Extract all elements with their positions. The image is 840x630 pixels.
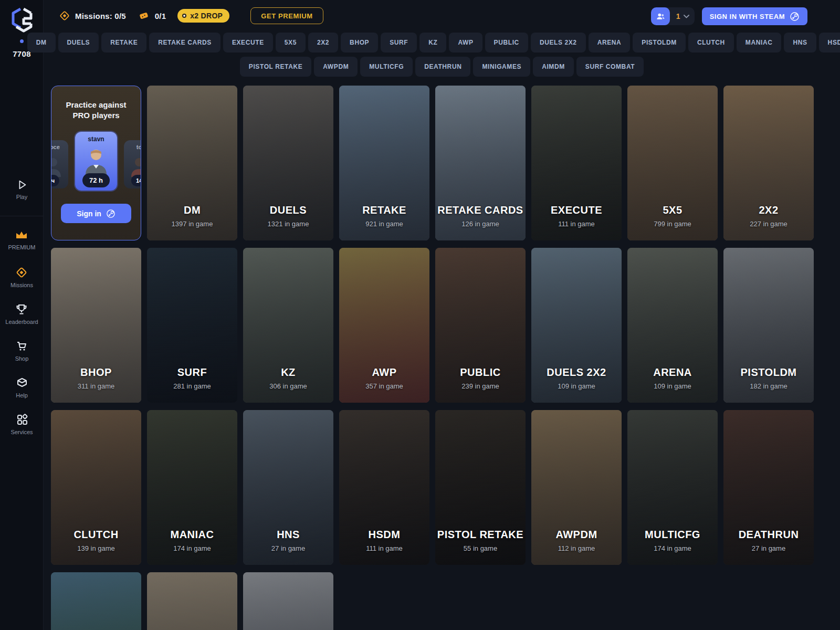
filter-tab[interactable]: PISTOL RETAKE <box>240 57 311 77</box>
mode-title: 5X5 <box>627 204 718 216</box>
missions-diamond-icon <box>59 10 70 22</box>
mode-card[interactable]: RETAKE 921 in game <box>339 86 429 240</box>
filter-tab[interactable]: DUELS <box>58 33 99 52</box>
pro-player-hours-badge: 72 h <box>82 173 110 187</box>
mode-card[interactable]: MANIAC 174 in game <box>147 410 237 565</box>
pro-player-card-right[interactable]: to 14 <box>124 140 141 188</box>
mode-player-count: 109 in game <box>531 382 622 390</box>
filter-tab[interactable]: CLUTCH <box>688 33 734 52</box>
x2-drop-badge[interactable]: x2 DROP <box>177 9 229 23</box>
cart-icon <box>15 340 28 352</box>
x2-drop-label: x2 DROP <box>190 12 223 20</box>
filter-tab-label: MANIAC <box>746 39 773 46</box>
filter-tab[interactable]: BHOP <box>341 33 378 52</box>
mode-card[interactable]: DM 1397 in game <box>147 86 237 240</box>
mode-player-count: 1321 in game <box>243 220 333 228</box>
tickets-counter[interactable]: 0/1 <box>138 10 166 22</box>
mode-card[interactable]: AWPDM 112 in game <box>531 410 622 565</box>
filter-tab[interactable]: SURF COMBAT <box>576 57 644 77</box>
filter-tab[interactable]: AIMDM <box>533 57 574 77</box>
mode-card[interactable]: PISTOLDM 182 in game <box>723 248 814 403</box>
filter-tab[interactable]: HNS <box>784 33 816 52</box>
mode-card[interactable]: 2X2 227 in game <box>723 86 814 240</box>
promo-sign-in-button[interactable]: Sign in <box>61 204 131 223</box>
filter-tab-label: BHOP <box>350 39 369 46</box>
filter-tab[interactable]: 2X2 <box>308 33 338 52</box>
mode-card[interactable]: KZ 306 in game <box>243 248 333 403</box>
mode-card[interactable]: EXECUTE 111 in game <box>531 86 622 240</box>
sidebar-item-premium[interactable]: PREMIUM <box>8 229 36 253</box>
mode-title: RETAKE CARDS <box>435 204 526 216</box>
filter-tab[interactable]: 5X5 <box>276 33 306 52</box>
mode-card-labels: HNS 27 in game <box>243 529 333 552</box>
filter-tab-label: RETAKE CARDS <box>158 39 212 46</box>
filter-tab[interactable]: AWPDM <box>314 57 358 77</box>
filter-tab-label: AIMDM <box>542 63 565 70</box>
sidebar-item-label: Services <box>10 429 33 435</box>
sign-in-steam-button[interactable]: SIGN IN WITH STEAM <box>702 7 807 25</box>
sidebar-item-shop[interactable]: Shop <box>15 340 29 363</box>
filter-tab-label: SURF <box>390 39 408 46</box>
mode-title: ARENA <box>627 366 718 379</box>
mode-card[interactable]: AWP 357 in game <box>339 248 429 403</box>
sidebar-item-missions[interactable]: Missions <box>10 266 33 290</box>
pro-player-card-stavn[interactable]: stavn 72 h <box>75 132 117 191</box>
mode-player-count: 1397 in game <box>147 220 237 228</box>
filter-tab[interactable]: MULTICFG <box>360 57 413 77</box>
mode-title: DM <box>147 204 237 216</box>
filter-tab[interactable]: EXECUTE <box>223 33 273 52</box>
sidebar-item-leaderboard[interactable]: Leaderboard <box>5 303 38 327</box>
filter-tab[interactable]: MANIAC <box>737 33 782 52</box>
mode-card[interactable]: CLUTCH 139 in game <box>51 410 141 565</box>
mode-card[interactable] <box>147 572 237 630</box>
mode-card[interactable] <box>243 572 333 630</box>
filter-tab[interactable]: AWP <box>449 33 482 52</box>
filter-tab[interactable]: MINIGAMES <box>473 57 530 77</box>
filter-tab[interactable]: ARENA <box>589 33 631 52</box>
mode-card-labels: MANIAC 174 in game <box>147 529 237 552</box>
filter-tab[interactable]: DEATHRUN <box>415 57 470 77</box>
mode-card[interactable]: PUBLIC 239 in game <box>435 248 526 403</box>
filter-tab[interactable]: RETAKE CARDS <box>149 33 220 52</box>
mode-card[interactable]: RETAKE CARDS 126 in game <box>435 86 526 240</box>
filter-tab[interactable]: RETAKE <box>101 33 146 52</box>
mode-card[interactable]: DUELS 1321 in game <box>243 86 333 240</box>
filter-tab[interactable]: KZ <box>419 33 446 52</box>
mode-title: SURF <box>147 366 237 379</box>
players-count-dropdown[interactable]: 1 <box>651 7 695 25</box>
mode-card[interactable]: HSDM 111 in game <box>339 410 429 565</box>
mode-card[interactable]: 5X5 799 in game <box>627 86 718 240</box>
mode-title: RETAKE <box>339 204 429 216</box>
sidebar-item-help[interactable]: Help <box>16 376 28 400</box>
mode-title: DUELS <box>243 204 333 216</box>
pro-player-card-left[interactable]: doce ч <box>51 140 68 188</box>
app-logo[interactable] <box>0 7 44 33</box>
mode-title: 2X2 <box>723 204 814 216</box>
mode-card[interactable]: DEATHRUN 27 in game <box>723 410 814 565</box>
mode-title: PUBLIC <box>435 366 526 379</box>
filter-tab[interactable]: HSDM <box>819 33 840 52</box>
pro-players-promo-card[interactable]: Practice against PRO players doce ч stav… <box>51 86 141 240</box>
sidebar-item-services[interactable]: Services <box>10 413 33 437</box>
filter-tab-label: HSDM <box>828 39 840 46</box>
get-premium-button[interactable]: GET PREMIUM <box>250 7 323 24</box>
mode-card[interactable]: ARENA 109 in game <box>627 248 718 403</box>
filter-tab[interactable]: PISTOLDM <box>633 33 686 52</box>
filter-tab[interactable]: PUBLIC <box>485 33 528 52</box>
mode-card-labels: KZ 306 in game <box>243 366 333 390</box>
mode-card[interactable]: MULTICFG 174 in game <box>627 410 718 565</box>
filter-tab-label: SURF COMBAT <box>585 63 635 70</box>
sidebar-item-play[interactable]: Play <box>16 179 28 203</box>
mode-card[interactable]: HNS 27 in game <box>243 410 333 565</box>
filter-tab[interactable]: DUELS 2X2 <box>531 33 586 52</box>
mode-card[interactable] <box>51 572 141 630</box>
filter-tab[interactable]: SURF <box>381 33 417 52</box>
missions-counter[interactable]: Missions: 0/5 <box>59 10 126 22</box>
mode-card[interactable]: BHOP 311 in game <box>51 248 141 403</box>
mode-card[interactable]: DUELS 2X2 109 in game <box>531 248 622 403</box>
mode-player-count: 139 in game <box>51 544 141 552</box>
mode-card[interactable]: PISTOL RETAKE 55 in game <box>435 410 526 565</box>
filter-tab[interactable]: DM <box>27 33 56 52</box>
filter-tab-label: ARENA <box>597 39 622 46</box>
mode-card[interactable]: SURF 281 in game <box>147 248 237 403</box>
